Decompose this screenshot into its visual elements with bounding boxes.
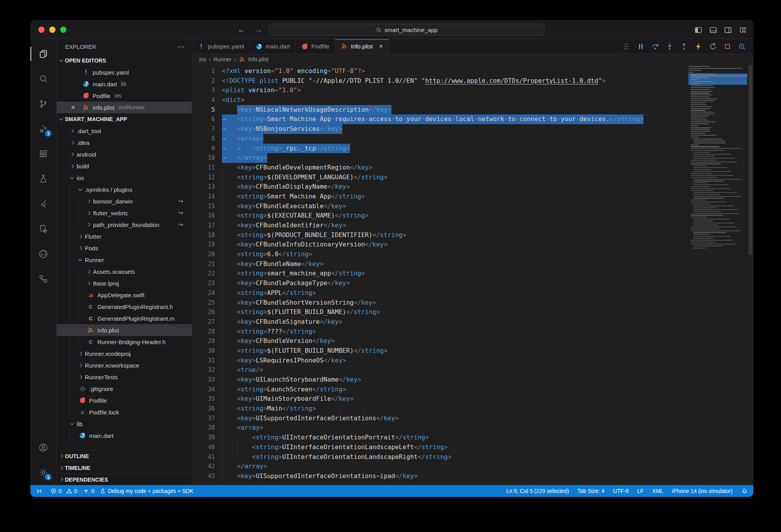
tree-item-.dart_tool[interactable]: .dart_tool [57, 125, 192, 137]
tree-item-android[interactable]: android [57, 148, 192, 160]
tree-item-AppDelegate.swift[interactable]: AppDelegate.swift [57, 289, 192, 301]
step-over-icon[interactable] [651, 42, 659, 51]
open-editors-section-header[interactable]: OPEN EDITORS [57, 55, 192, 66]
problems-indicator[interactable]: 0 0 [50, 488, 77, 494]
close-tab-icon[interactable]: ✕ [379, 43, 383, 49]
code-line-16[interactable]: 16 <string>$(EXECUTABLE_NAME)</string> [192, 211, 753, 221]
tree-item-Assets.xcassets[interactable]: Assets.xcassets [57, 266, 192, 277]
activity-testing-icon[interactable] [30, 166, 56, 191]
command-center-search[interactable]: smart_machine_app [269, 24, 545, 36]
code-line-14[interactable]: 14 <string>Smart Machine App</string> [192, 192, 753, 202]
eol-type[interactable]: LF [637, 488, 643, 494]
line-number[interactable]: 1 [192, 66, 215, 76]
scrollbar[interactable] [748, 65, 753, 485]
tab-main.dart[interactable]: main.dart [250, 39, 296, 54]
code-line-15[interactable]: 15 <key>CFBundleExecutable</key> [192, 202, 753, 211]
explorer-more-actions-icon[interactable]: ⋯ [177, 43, 185, 51]
line-number[interactable]: 34 [192, 385, 215, 395]
line-number[interactable]: 20 [192, 250, 215, 259]
code-line-12[interactable]: 12 <string>$(DEVELOPMENT_LANGUAGE)</stri… [192, 173, 753, 182]
breadcrumb-item-Info.plist[interactable]: Info.plist [239, 56, 268, 63]
tree-item-Runner.xcworkspace[interactable]: Runner.xcworkspace [57, 359, 192, 371]
line-number[interactable]: 23 [192, 278, 215, 288]
debug-config-indicator[interactable]: Debug my code + packages + SDK [100, 488, 193, 494]
line-number[interactable]: 6 [192, 114, 215, 124]
line-number[interactable]: 19 [192, 240, 215, 250]
code-line-7[interactable]: 7→ <key>NSBonjourServices</key> [192, 124, 753, 134]
tree-item-Info.plist[interactable]: Info.plist [57, 324, 192, 336]
open-editor-Podfile[interactable]: ✕Podfileios [57, 90, 192, 102]
activity-source-control-icon[interactable] [30, 91, 56, 116]
tree-item-RunnerTests[interactable]: RunnerTests [57, 371, 192, 383]
tree-item-Runner.xcodeproj[interactable]: Runner.xcodeproj [57, 348, 192, 359]
line-number[interactable]: 15 [192, 202, 215, 211]
tree-item-Pods[interactable]: Pods [57, 242, 192, 254]
navigate-back-icon[interactable]: ← [238, 25, 246, 34]
zoom-window-button[interactable] [60, 27, 66, 33]
code-line-20[interactable]: 20 <string>6.0</string> [192, 250, 753, 259]
line-number[interactable]: 21 [192, 259, 215, 269]
tree-item-.gitignore[interactable]: .gitignore [57, 383, 192, 395]
step-into-icon[interactable] [665, 42, 674, 51]
tab-pubspec.yaml[interactable]: !pubspec.yaml [192, 39, 250, 54]
activity-project-tools-icon[interactable] [30, 216, 56, 241]
line-number[interactable]: 30 [192, 346, 215, 356]
breadcrumb-item-ios[interactable]: ios [199, 56, 206, 62]
code-line-22[interactable]: 22 <string>smart_machine_app</string> [192, 269, 753, 278]
code-line-3[interactable]: 3<plist version="1.0"> [192, 86, 753, 95]
line-number[interactable]: 16 [192, 211, 215, 221]
pause-icon[interactable] [636, 42, 645, 51]
breadcrumb-item-Runner[interactable]: Runner [214, 56, 232, 62]
activity-explorer-icon[interactable] [30, 41, 56, 66]
code-line-42[interactable]: 42 </array> [192, 462, 753, 471]
close-icon[interactable]: ✕ [71, 104, 79, 111]
line-number[interactable]: 12 [192, 173, 215, 182]
tree-item-Flutter[interactable]: Flutter [57, 230, 192, 242]
code-line-33[interactable]: 33 <key>UILaunchStoryboardName</key> [192, 375, 753, 385]
tree-item-build[interactable]: build [57, 160, 192, 172]
line-number[interactable]: 38 [192, 423, 215, 433]
line-number[interactable]: 10 [192, 153, 215, 163]
line-number[interactable]: 31 [192, 356, 215, 366]
tab-Info.plist[interactable]: Info.plist✕ [335, 39, 389, 54]
line-number[interactable]: 17 [192, 221, 215, 230]
open-editor-Info.plist[interactable]: ✕Info.plistios/Runner [57, 102, 192, 113]
code-line-35[interactable]: 35 <key>UIMainStoryboardFile</key> [192, 394, 753, 404]
code-line-34[interactable]: 34 <string>LaunchScreen</string> [192, 385, 753, 395]
code-line-28[interactable]: 28 <string>????</string> [192, 327, 753, 337]
line-number[interactable]: 22 [192, 269, 215, 278]
hot-reload-icon[interactable] [694, 42, 703, 51]
activity-github-icon[interactable] [30, 241, 56, 266]
code-editor[interactable]: 1<?xml version="1.0" encoding="UTF-8"?>2… [192, 65, 753, 485]
tab-Podfile[interactable]: Podfile [296, 39, 335, 54]
code-line-38[interactable]: 38 <array> [192, 423, 753, 433]
line-number[interactable]: 43 [192, 471, 215, 481]
line-number[interactable]: 26 [192, 307, 215, 317]
code-line-17[interactable]: 17 <key>CFBundleIdentifier</key> [192, 221, 753, 230]
line-number[interactable]: 28 [192, 327, 215, 337]
line-number[interactable]: 5 [192, 105, 215, 115]
tree-item-Podfile.lock[interactable]: ≡Podfile.lock [57, 406, 192, 418]
code-line-1[interactable]: 1<?xml version="1.0" encoding="UTF-8"?> [192, 66, 753, 76]
line-number[interactable]: 29 [192, 336, 215, 346]
toggle-panel-icon[interactable] [709, 26, 717, 34]
code-line-27[interactable]: 27 <key>CFBundleSignature</key> [192, 317, 753, 327]
code-line-9[interactable]: 9→ → <string>_rpc._tcp</string> [192, 144, 753, 154]
line-number[interactable]: 40 [192, 443, 215, 452]
step-out-icon[interactable] [680, 42, 688, 51]
code-line-5[interactable]: 5 <key>NSLocalNetworkUsageDescription</k… [192, 105, 753, 115]
code-line-8[interactable]: 8→ <array> [192, 134, 753, 144]
code-line-30[interactable]: 30 <string>$(FLUTTER_BUILD_NUMBER)</stri… [192, 346, 753, 356]
tree-item-lib[interactable]: lib [57, 418, 192, 430]
line-number[interactable]: 4 [192, 95, 215, 105]
code-line-19[interactable]: 19 <key>CFBundleInfoDictionaryVersion</k… [192, 240, 753, 250]
ports-indicator[interactable]: 0 [83, 488, 95, 495]
code-line-26[interactable]: 26 <string>$(FLUTTER_BUILD_NAME)</string… [192, 307, 753, 317]
line-number[interactable]: 36 [192, 404, 215, 414]
code-line-10[interactable]: 10→ </array> [192, 153, 753, 163]
activity-references-icon[interactable] [30, 266, 56, 291]
activity-search-icon[interactable] [30, 66, 56, 91]
device-selector[interactable]: iPhone 14 (ios simulator) [672, 488, 733, 494]
line-number[interactable]: 2 [192, 76, 215, 86]
toggle-secondary-sidebar-icon[interactable] [724, 26, 732, 34]
